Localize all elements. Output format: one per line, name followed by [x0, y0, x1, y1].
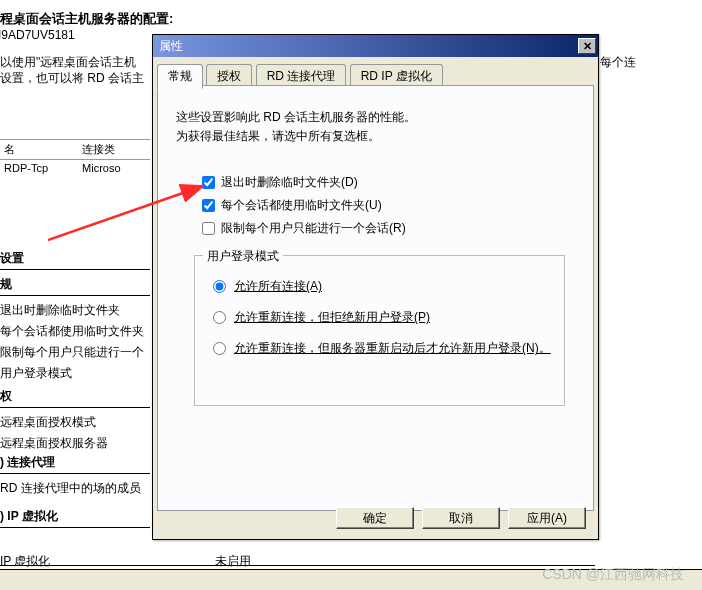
table-row[interactable]: RDP-Tcp Microso	[0, 160, 150, 176]
panel-desc-2: 为获得最佳结果，请选中所有复选框。	[176, 127, 575, 146]
section-conn: ) 连接代理	[0, 454, 150, 474]
list-item[interactable]: 用户登录模式	[0, 363, 150, 384]
note-right: 每个连	[600, 54, 636, 71]
list-item[interactable]: 每个会话都使用临时文件夹	[0, 321, 150, 342]
tab-panel-general: 这些设置影响此 RD 会话主机服务器的性能。 为获得最佳结果，请选中所有复选框。…	[157, 85, 594, 511]
cancel-button[interactable]: 取消	[422, 507, 500, 529]
list-item[interactable]: 退出时删除临时文件夹	[0, 300, 150, 321]
ip-virtual-status: 未启用	[215, 553, 251, 570]
watermark: CSDN @江西驰网科技	[542, 566, 684, 584]
section-settings: 设置	[0, 250, 150, 270]
dialog-title: 属性	[159, 38, 183, 55]
page-title: 程桌面会话主机服务器的配置:	[0, 10, 173, 28]
ip-virtual-label[interactable]: IP 虚拟化	[0, 553, 50, 570]
tab-general[interactable]: 常规	[157, 64, 203, 89]
chk-delete-temp-label: 退出时删除临时文件夹(D)	[221, 174, 358, 191]
chk-use-temp[interactable]	[202, 199, 215, 212]
server-id: -I9AD7UV5181	[0, 28, 75, 42]
desc-line-1: 以使用"远程桌面会话主机	[0, 54, 136, 71]
chk-limit-session-label: 限制每个用户只能进行一个会话(R)	[221, 220, 406, 237]
radio-after-restart[interactable]	[213, 342, 226, 355]
section-general: 规	[0, 276, 150, 296]
section-auth: 权	[0, 388, 150, 408]
titlebar[interactable]: 属性 ✕	[153, 35, 598, 57]
col-type: 连接类	[82, 142, 115, 157]
radio-allow-all-label: 允许所有连接(A)	[234, 278, 322, 295]
desc-line-2: 设置，也可以将 RD 会话主	[0, 70, 144, 87]
connection-table: 名 连接类 RDP-Tcp Microso	[0, 139, 150, 176]
list-item[interactable]: 远程桌面授权模式	[0, 412, 150, 433]
apply-button[interactable]: 应用(A)	[508, 507, 586, 529]
ok-button[interactable]: 确定	[336, 507, 414, 529]
panel-desc-1: 这些设置影响此 RD 会话主机服务器的性能。	[176, 108, 575, 127]
radio-after-restart-label: 允许重新连接，但服务器重新启动后才允许新用户登录(N)。	[234, 340, 551, 357]
col-name: 名	[4, 142, 79, 157]
login-mode-legend: 用户登录模式	[203, 248, 283, 265]
chk-use-temp-label: 每个会话都使用临时文件夹(U)	[221, 197, 382, 214]
tab-strip: 常规 授权 RD 连接代理 RD IP 虚拟化	[157, 63, 594, 85]
chk-limit-session[interactable]	[202, 222, 215, 235]
radio-deny-new[interactable]	[213, 311, 226, 324]
list-item[interactable]: RD 连接代理中的场的成员	[0, 478, 150, 499]
close-icon: ✕	[583, 40, 592, 53]
section-ipv: ) IP 虚拟化	[0, 508, 150, 528]
properties-dialog: 属性 ✕ 常规 授权 RD 连接代理 RD IP 虚拟化 这些设置影响此 RD …	[152, 34, 599, 540]
radio-deny-new-label: 允许重新连接，但拒绝新用户登录(P)	[234, 309, 430, 326]
chk-delete-temp[interactable]	[202, 176, 215, 189]
list-item[interactable]: 远程桌面授权服务器	[0, 433, 150, 454]
login-mode-group: 用户登录模式 允许所有连接(A) 允许重新连接，但拒绝新用户登录(P) 允许重新…	[194, 255, 565, 406]
radio-allow-all[interactable]	[213, 280, 226, 293]
list-item[interactable]: 限制每个用户只能进行一个	[0, 342, 150, 363]
close-button[interactable]: ✕	[578, 38, 596, 54]
